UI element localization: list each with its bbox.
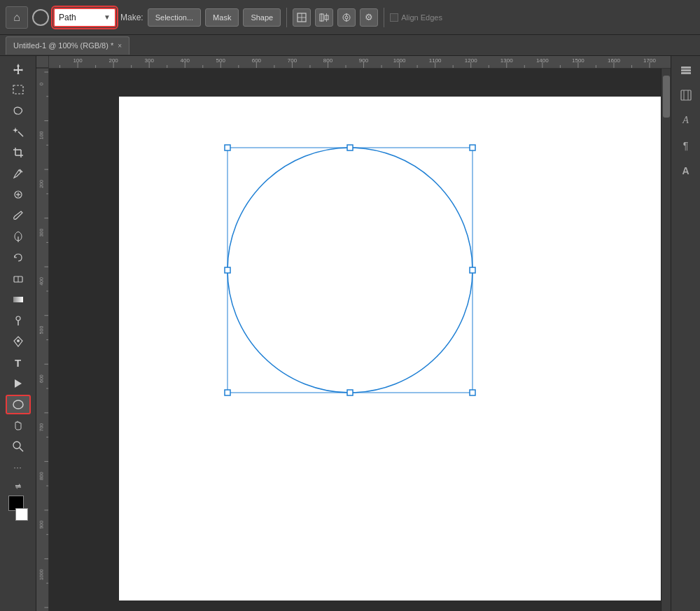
ruler-top: [36, 56, 671, 69]
dropdown-arrow-icon: ▼: [104, 13, 111, 21]
separator-2: [384, 8, 384, 27]
tab-close-button[interactable]: ×: [118, 42, 122, 50]
svg-marker-11: [13, 64, 23, 74]
quick-nav-row: [7, 480, 29, 493]
path-overlay: [119, 97, 661, 601]
canvas-container: [36, 56, 671, 611]
anchor-top-right[interactable]: [470, 145, 475, 150]
gradient-tool[interactable]: [6, 290, 31, 309]
eraser-tool[interactable]: [6, 269, 31, 288]
svg-rect-34: [681, 69, 691, 71]
home-button[interactable]: ⌂: [6, 6, 28, 29]
tab-bar: Untitled-1 @ 100% (RGB/8) * ×: [0, 35, 700, 56]
ruler-corner: [36, 56, 49, 68]
anchor-bottom-right[interactable]: [470, 390, 475, 395]
glyphs-panel-button[interactable]: A: [675, 160, 697, 182]
align-edges-checkbox[interactable]: [390, 13, 398, 22]
canvas-with-rulers: [36, 69, 671, 611]
canvas-document[interactable]: [119, 97, 661, 601]
separator-1: [286, 8, 287, 27]
magic-wand-tool[interactable]: [6, 122, 31, 141]
svg-point-8: [345, 16, 348, 19]
path-ellipse: [227, 148, 472, 393]
path-selection-tool[interactable]: [6, 374, 31, 393]
svg-point-30: [13, 400, 23, 409]
move-tool[interactable]: [6, 59, 31, 78]
color-swatches: [6, 496, 31, 521]
layers-panel-button[interactable]: [675, 59, 697, 81]
svg-rect-36: [681, 90, 691, 100]
bounding-box: [227, 148, 472, 393]
path-dropdown[interactable]: Path ▼: [53, 8, 116, 27]
svg-point-26: [16, 316, 20, 321]
shape-button[interactable]: Shape: [243, 8, 281, 27]
svg-line-32: [20, 448, 23, 451]
layer-comps-icon[interactable]: [337, 8, 356, 27]
eyedropper-tool[interactable]: [6, 164, 31, 183]
type-panel-button[interactable]: A: [675, 109, 697, 132]
lasso-tool[interactable]: [6, 101, 31, 120]
brush-tool[interactable]: [6, 206, 31, 225]
ellipse-shape-tool[interactable]: [6, 395, 31, 414]
svg-rect-25: [13, 297, 23, 302]
adjustment-panel-button[interactable]: [675, 84, 697, 106]
scrollbar-thumb[interactable]: [663, 76, 670, 118]
more-tools-button[interactable]: ···: [6, 458, 31, 477]
history-brush-tool[interactable]: [6, 248, 31, 267]
svg-rect-33: [681, 66, 691, 69]
make-label: Make:: [120, 13, 144, 22]
canvas-background[interactable]: [49, 69, 661, 611]
anchor-middle-right[interactable]: [470, 267, 475, 273]
pen-tool[interactable]: [6, 332, 31, 351]
tab-title: Untitled-1 @ 100% (RGB/8) *: [13, 41, 113, 50]
type-tool-icon: T: [15, 357, 21, 369]
vertical-scrollbar[interactable]: [661, 69, 671, 611]
path-dropdown-label: Path: [59, 13, 76, 22]
zoom-tool[interactable]: [6, 437, 31, 456]
svg-marker-29: [15, 379, 22, 388]
settings-icon[interactable]: ⚙: [360, 8, 378, 27]
svg-rect-12: [13, 85, 23, 94]
ruler-left: [36, 69, 49, 611]
quick-nav-icons: [0, 480, 36, 493]
anchor-top-center[interactable]: [347, 145, 353, 150]
svg-point-28: [17, 339, 20, 342]
type-tool[interactable]: T: [6, 353, 31, 372]
align-edges-label: Align Edges: [390, 13, 442, 22]
swap-colors-icon[interactable]: [14, 482, 22, 491]
svg-rect-35: [681, 72, 691, 74]
ellipse-tool-icon: [32, 9, 49, 26]
ruler-top-marks: [49, 56, 671, 68]
main-area: T ···: [0, 56, 700, 611]
anchor-top-left[interactable]: [225, 145, 230, 150]
paragraph-icon: ¶: [683, 140, 689, 151]
top-toolbar: ⌂ Path ▼ Make: Selection... Mask Shape: [0, 0, 700, 35]
mask-button[interactable]: Mask: [205, 8, 239, 27]
anchor-bottom-left[interactable]: [225, 390, 230, 395]
right-panel: A ¶ A: [671, 56, 700, 611]
clone-stamp-tool[interactable]: [6, 227, 31, 246]
left-toolbar: T ···: [0, 56, 36, 611]
transform-controls-icon[interactable]: [293, 8, 311, 27]
align-distribute-icon[interactable]: [315, 8, 333, 27]
selection-button[interactable]: Selection...: [148, 8, 201, 27]
svg-line-13: [18, 132, 23, 136]
svg-point-31: [13, 442, 20, 449]
document-tab[interactable]: Untitled-1 @ 100% (RGB/8) * ×: [6, 36, 130, 55]
healing-brush-tool[interactable]: [6, 185, 31, 204]
crop-tool[interactable]: [6, 143, 31, 162]
anchor-bottom-center[interactable]: [347, 390, 353, 395]
type-icon: A: [682, 115, 689, 126]
dodge-tool[interactable]: [6, 311, 31, 330]
background-color[interactable]: [15, 508, 28, 521]
paragraph-panel-button[interactable]: ¶: [675, 134, 697, 157]
glyph-icon: A: [682, 165, 689, 176]
rectangular-marquee-tool[interactable]: [6, 80, 31, 99]
anchor-middle-left[interactable]: [225, 267, 230, 273]
hand-tool[interactable]: [6, 416, 31, 435]
